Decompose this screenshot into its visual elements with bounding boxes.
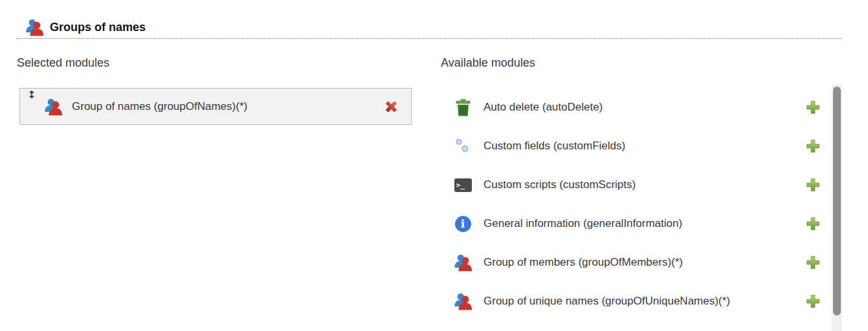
info-icon: i <box>453 216 473 232</box>
gears-icon: ⚙⚙ <box>453 138 473 155</box>
available-module-row: iGeneral information (generalInformation… <box>441 204 820 243</box>
page-title: Groups of names <box>50 21 146 34</box>
add-module-button[interactable] <box>806 255 820 270</box>
available-modules-list: Auto delete (autoDelete)⚙⚙Custom fields … <box>441 88 820 321</box>
plus-icon <box>806 223 820 233</box>
terminal-icon: >_ <box>453 178 473 192</box>
delete-x-icon <box>384 105 398 115</box>
available-module-label: Group of members (groupOfMembers)(*) <box>484 256 806 269</box>
available-module-row: Auto delete (autoDelete) <box>441 88 820 127</box>
add-module-button[interactable] <box>806 139 820 153</box>
available-modules-heading: Available modules <box>441 56 535 70</box>
group-icon <box>43 97 63 116</box>
available-module-row: ⚙⚙Custom fields (customFields) <box>441 127 820 166</box>
available-module-label: General information (generalInformation) <box>484 217 806 230</box>
available-module-row: Group of unique names (groupOfUniqueName… <box>441 282 820 321</box>
plus-icon <box>806 301 820 310</box>
available-module-row: Group of members (groupOfMembers)(*) <box>441 243 820 282</box>
plus-icon <box>806 262 820 272</box>
remove-module-button[interactable] <box>384 100 398 113</box>
available-module-row: >_Custom scripts (customScripts) <box>441 166 820 204</box>
available-module-label: Custom scripts (customScripts) <box>484 178 806 191</box>
selected-module-row: ↕ Group of names (groupOfNames)(*) <box>19 88 412 125</box>
add-module-button[interactable] <box>806 100 820 114</box>
selected-module-label: Group of names (groupOfNames)(*) <box>72 100 247 113</box>
group-icon <box>453 292 473 311</box>
trash-icon <box>453 99 473 116</box>
scrollbar-thumb[interactable] <box>833 87 841 315</box>
plus-icon <box>806 184 820 194</box>
sort-updown-icon[interactable]: ↕ <box>27 90 36 100</box>
selected-module-content: Group of names (groupOfNames)(*) <box>43 89 247 124</box>
available-module-label: Group of unique names (groupOfUniqueName… <box>484 295 806 308</box>
add-module-button[interactable] <box>806 217 820 231</box>
group-icon <box>25 17 44 37</box>
available-module-label: Auto delete (autoDelete) <box>484 101 806 114</box>
add-module-button[interactable] <box>806 294 820 308</box>
page-header: Groups of names <box>16 16 842 39</box>
scrollbar-track[interactable] <box>832 84 842 331</box>
add-module-button[interactable] <box>806 178 820 192</box>
plus-icon <box>806 145 820 155</box>
selected-modules-heading: Selected modules <box>17 56 109 70</box>
plus-icon <box>806 107 820 116</box>
available-module-label: Custom fields (customFields) <box>484 140 806 153</box>
group-icon <box>453 253 473 272</box>
